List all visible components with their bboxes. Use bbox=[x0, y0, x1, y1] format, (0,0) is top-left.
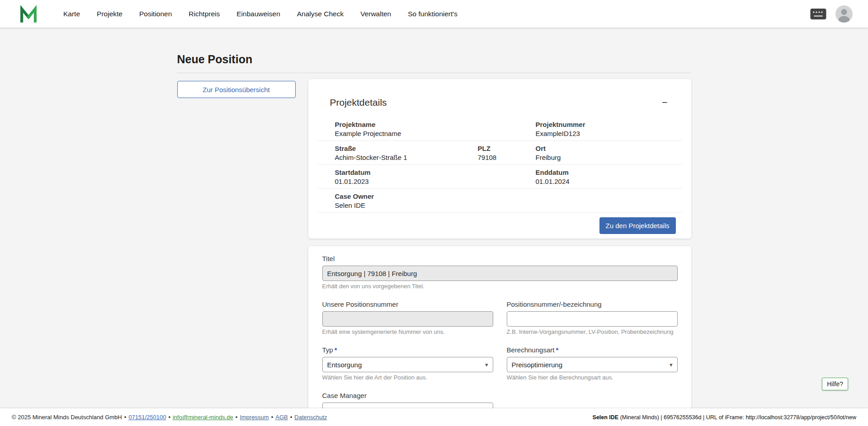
page-title: Neue Position bbox=[177, 53, 691, 66]
collapse-minus-icon[interactable]: − bbox=[660, 98, 670, 108]
strasse-value: Achim-Stocker-Straße 1 bbox=[335, 153, 478, 162]
titel-input bbox=[322, 266, 678, 281]
nav-item-verwalten[interactable]: Verwalten bbox=[360, 10, 391, 18]
to-project-details-button[interactable]: Zu den Projektdetails bbox=[599, 217, 676, 234]
projektname-value: Example Projectname bbox=[335, 129, 536, 138]
chevron-down-icon: ▾ bbox=[670, 361, 673, 368]
footer-separator: • bbox=[168, 414, 170, 421]
server-icon[interactable] bbox=[810, 8, 826, 20]
plz-value: 79108 bbox=[478, 153, 536, 162]
typ-group: Typ* Entsorgung ▾ Wählen Sie hier die Ar… bbox=[322, 346, 493, 381]
nav-item-einbauweisen[interactable]: Einbauweisen bbox=[236, 10, 280, 18]
footer-separator: • bbox=[124, 414, 127, 421]
back-to-positions-button[interactable]: Zur Positionsübersicht bbox=[177, 81, 296, 98]
projektnummer-label: Projektnummer bbox=[536, 120, 682, 129]
required-marker: * bbox=[335, 346, 337, 354]
unsere-positionsnummer-input bbox=[322, 311, 493, 327]
titel-group: Titel Erhält den von uns vorgegebenen Ti… bbox=[322, 254, 678, 290]
unsere-positionsnummer-hint: Erhält eine systemgenerierte Nummer von … bbox=[322, 328, 493, 336]
title-divider bbox=[177, 73, 691, 73]
positionsnummer-input[interactable] bbox=[507, 311, 678, 327]
main-content: Neue Position Zur Positionsübersicht Pro… bbox=[177, 53, 691, 426]
footer-datenschutz-link[interactable]: Datenschutz bbox=[294, 414, 327, 421]
projektnummer-value: ExampleID123 bbox=[536, 129, 682, 138]
titel-label: Titel bbox=[322, 254, 678, 263]
enddatum-label: Enddatum bbox=[536, 168, 682, 177]
nav-item-so-funktionierts[interactable]: So funktioniert's bbox=[408, 10, 458, 18]
nav-item-analyse-check[interactable]: Analyse Check bbox=[297, 10, 344, 18]
navbar-right bbox=[810, 5, 853, 23]
typ-selected-value: Entsorgung bbox=[327, 361, 362, 369]
project-row-dates: Startdatum 01.01.2023 Enddatum 01.01.202… bbox=[317, 165, 682, 189]
project-row-name: Projektname Example Projectname Projektn… bbox=[317, 117, 682, 141]
footer-separator: • bbox=[236, 414, 238, 421]
case-owner-label: Case Owner bbox=[335, 192, 536, 201]
unsere-positionsnummer-label: Unsere Positionsnummer bbox=[322, 300, 493, 309]
footer-session-info: Selen IDE (Mineral Minds) | 69576255536d… bbox=[593, 414, 856, 421]
berechnungsart-label: Berechnungsart* bbox=[507, 346, 678, 354]
ort-value: Freiburg bbox=[536, 153, 682, 162]
footer-email-link[interactable]: info@mineral-minds.de bbox=[173, 414, 233, 421]
positionsnummer-label: Positionsnummer/-bezeichnung bbox=[507, 300, 678, 309]
footer-separator: • bbox=[290, 414, 292, 421]
new-position-form-card: Titel Erhält den von uns vorgegebenen Ti… bbox=[308, 246, 691, 426]
help-button[interactable]: Hilfe? bbox=[822, 378, 848, 390]
unsere-positionsnummer-group: Unsere Positionsnummer Erhält eine syste… bbox=[322, 300, 493, 336]
footer-copyright: © 2025 Mineral Minds Deutschland GmbH bbox=[12, 414, 122, 421]
typ-select[interactable]: Entsorgung ▾ bbox=[322, 357, 493, 372]
typ-hint: Wählen Sie hier die Art der Position aus… bbox=[322, 374, 493, 381]
navbar: Karte Projekte Positionen Richtpreis Ein… bbox=[0, 0, 868, 28]
project-card-title: Projektdetails bbox=[330, 97, 387, 108]
nav-item-richtpreis[interactable]: Richtpreis bbox=[189, 10, 220, 18]
required-marker: * bbox=[556, 346, 558, 354]
mineral-minds-logo[interactable] bbox=[19, 5, 38, 23]
footer-phone-link[interactable]: 07151/250100 bbox=[128, 414, 166, 421]
nav-item-projekte[interactable]: Projekte bbox=[97, 10, 123, 18]
startdatum-value: 01.01.2023 bbox=[335, 177, 536, 186]
berechnungsart-selected-value: Preisoptimierung bbox=[512, 361, 563, 369]
projektname-label: Projektname bbox=[335, 120, 536, 129]
berechnungsart-select[interactable]: Preisoptimierung ▾ bbox=[507, 357, 678, 372]
left-column: Zur Positionsübersicht bbox=[177, 79, 296, 98]
strasse-label: Straße bbox=[335, 144, 478, 153]
project-row-address: Straße Achim-Stocker-Straße 1 PLZ 79108 … bbox=[317, 141, 682, 165]
project-row-owner: Case Owner Selen IDE bbox=[317, 189, 682, 213]
enddatum-value: 01.01.2024 bbox=[536, 177, 682, 186]
main-nav: Karte Projekte Positionen Richtpreis Ein… bbox=[63, 10, 458, 18]
chevron-down-icon: ▾ bbox=[485, 361, 488, 368]
case-manager-label: Case Manager bbox=[322, 391, 493, 400]
typ-label: Typ* bbox=[322, 346, 493, 354]
right-column: Projektdetails − Projektname Example Pro… bbox=[308, 79, 691, 426]
person-icon bbox=[835, 5, 853, 23]
logo-m-icon bbox=[19, 5, 38, 23]
plz-label: PLZ bbox=[478, 144, 536, 153]
footer-agb-link[interactable]: AGB bbox=[275, 414, 288, 421]
berechnungsart-hint: Wählen Sie hier die Berechnungsart aus. bbox=[507, 374, 678, 381]
ort-label: Ort bbox=[536, 144, 682, 153]
berechnungsart-group: Berechnungsart* Preisoptimierung ▾ Wähle… bbox=[507, 346, 678, 381]
nav-item-positionen[interactable]: Positionen bbox=[139, 10, 172, 18]
case-owner-value: Selen IDE bbox=[335, 201, 536, 210]
titel-hint: Erhält den von uns vorgegebenen Titel. bbox=[322, 283, 678, 290]
startdatum-label: Startdatum bbox=[335, 168, 536, 177]
footer-user-name: Selen IDE bbox=[593, 414, 619, 421]
project-details-card: Projektdetails − Projektname Example Pro… bbox=[308, 79, 691, 239]
footer-separator: • bbox=[271, 414, 274, 421]
positionsnummer-group: Positionsnummer/-bezeichnung Z.B. Intern… bbox=[507, 300, 678, 336]
positionsnummer-hint: Z.B. Interne-Vorgangsnummer, LV-Position… bbox=[507, 328, 678, 336]
user-avatar[interactable] bbox=[835, 5, 853, 23]
footer-session-details: (Mineral Minds) | 69576255536d | URL of … bbox=[618, 414, 856, 421]
nav-item-karte[interactable]: Karte bbox=[63, 10, 80, 18]
footer-impressum-link[interactable]: Impressum bbox=[240, 414, 269, 421]
footer: © 2025 Mineral Minds Deutschland GmbH • … bbox=[0, 408, 868, 426]
